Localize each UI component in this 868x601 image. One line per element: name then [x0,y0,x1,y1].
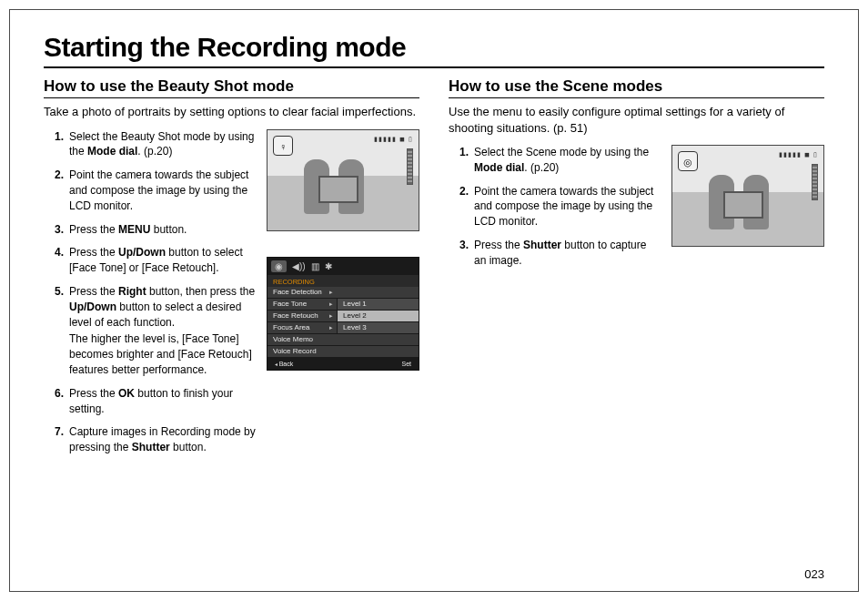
menu-set-label: Set [401,361,411,367]
right-steps: 1. Select the Scene mode by using the Mo… [449,145,661,277]
list-item: 5. Press the Right button, then press th… [55,284,256,378]
scene-mode-icon: ◎ [678,151,698,171]
menu-row: Face Tone▸Level 1 [267,299,419,311]
status-icons: ▮▮▮▮▮ ◼ ▯ [374,136,413,143]
menu-row: Voice Record [267,346,419,358]
status-icons: ▮▮▮▮▮ ◼ ▯ [779,151,818,158]
list-item: 2.Point the camera towards the subject a… [459,184,661,229]
recording-menu: ◉ ◀)) ▥ ✱ RECORDING Face Detection▸ Face… [267,257,419,371]
zoom-bar-icon [812,164,818,200]
list-item: 4. Press the Up/Down button to select [F… [55,245,256,276]
right-intro: Use the menu to easily configure optimal… [449,104,824,136]
list-item: 1. Select the Beauty Shot mode by using … [55,129,256,160]
list-item: 3. Press the Shutter button to capture a… [459,238,661,269]
menu-row: Face Detection▸ [267,287,419,299]
camera-tab-icon: ◉ [271,260,287,272]
menu-back-label: Back [275,361,293,367]
beauty-shot-preview: ♀ ▮▮▮▮▮ ◼ ▯ [267,129,419,231]
menu-section-label: RECORDING [267,275,419,287]
display-tab-icon: ▥ [311,261,319,271]
right-heading: How to use the Scene modes [449,77,824,98]
left-heading: How to use the Beauty Shot mode [44,77,419,98]
menu-row: Voice Memo [267,334,419,346]
left-column: How to use the Beauty Shot mode Take a p… [44,77,419,463]
beauty-mode-icon: ♀ [273,136,293,156]
menu-row: Face Retouch▸Level 2 [267,311,419,322]
left-steps: 1. Select the Beauty Shot mode by using … [44,129,256,463]
list-item: 7. Capture images in Recording mode by p… [55,424,256,455]
list-item: 6. Press the OK button to finish your se… [55,386,256,417]
menu-row: Focus Area▸Level 3 [267,322,419,334]
list-item: 3. Press the MENU button. [55,222,256,238]
page-title: Starting the Recording mode [44,32,824,68]
list-item: 2.Point the camera towards the subject a… [55,168,256,213]
page-number: 023 [804,567,824,581]
left-intro: Take a photo of portraits by setting opt… [44,104,419,120]
sound-tab-icon: ◀)) [292,261,306,271]
right-column: How to use the Scene modes Use the menu … [449,77,824,463]
zoom-bar-icon [407,148,413,185]
list-item: 1. Select the Scene mode by using the Mo… [459,145,661,176]
settings-tab-icon: ✱ [325,261,332,271]
scene-mode-preview: ◎ ▮▮▮▮▮ ◼ ▯ [671,145,824,247]
